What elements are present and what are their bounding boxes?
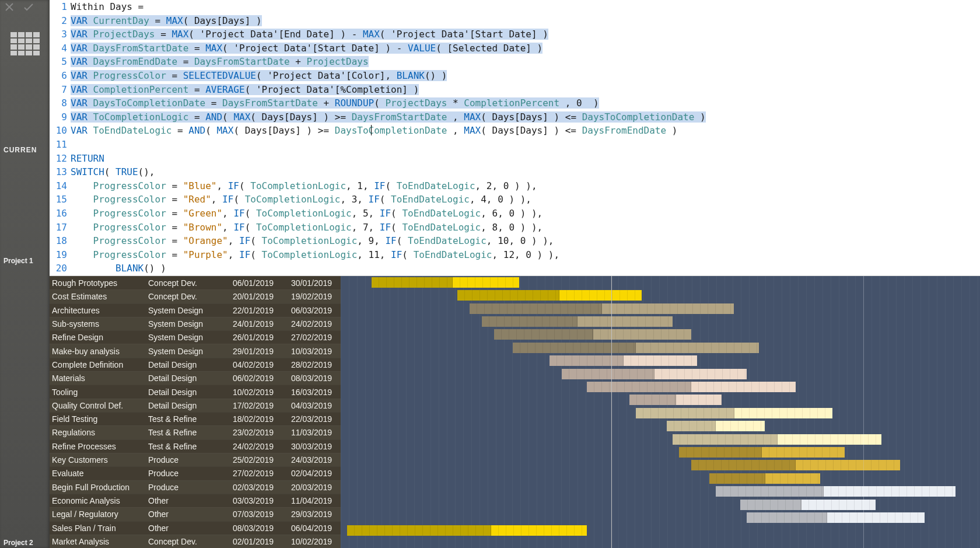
cell-start: 18/02/2019 — [224, 414, 282, 424]
gutter-number: 19 — [50, 248, 71, 262]
code-line[interactable]: 14 ProgressColor = "Blue", IF( ToComplet… — [50, 179, 980, 193]
code-line[interactable]: 6VAR ProgressColor = SELECTEDVALUE( 'Pro… — [50, 69, 980, 83]
table-row[interactable]: Begin Full ProductionProduce02/03/201920… — [50, 480, 341, 494]
gantt-bar[interactable] — [513, 343, 759, 353]
gutter-number: 5 — [50, 55, 71, 69]
gantt-bar[interactable] — [347, 525, 587, 536]
cancel-icon[interactable] — [5, 2, 14, 13]
cell-start: 25/02/2019 — [224, 455, 282, 465]
gantt-bar[interactable] — [550, 355, 697, 366]
code-line[interactable]: 7VAR CompletionPercent = AVERAGE( 'Proje… — [50, 83, 980, 97]
gantt-bar[interactable] — [482, 316, 673, 327]
code-content[interactable]: VAR CurrentDay = MAX( Days[Days] ) — [71, 14, 980, 28]
code-content[interactable]: ProgressColor = "Red", IF( ToCompletionL… — [71, 193, 980, 207]
code-content[interactable]: ProgressColor = "Orange", IF( ToCompleti… — [71, 234, 980, 248]
table-row[interactable]: RegulationsTest & Refine23/02/201911/03/… — [50, 425, 341, 439]
gantt-row — [341, 459, 980, 472]
gantt-bar[interactable] — [709, 473, 820, 484]
cell-end: 11/03/2019 — [282, 428, 341, 437]
code-content[interactable]: VAR ProgressColor = SELECTEDVALUE( 'Proj… — [71, 69, 980, 83]
commit-icon[interactable] — [23, 2, 34, 13]
table-row[interactable]: Make-buy analysisSystem Design29/01/2019… — [50, 344, 341, 357]
gantt-row — [341, 381, 980, 393]
table-row[interactable]: Legal / RegulatoryOther07/03/201929/03/2… — [50, 507, 341, 521]
gantt-bar[interactable] — [740, 500, 876, 510]
gantt-bar[interactable] — [747, 512, 925, 523]
code-content[interactable]: VAR DaysToCompletionDate = DaysFromStart… — [71, 96, 980, 110]
code-content[interactable]: ProgressColor = "Brown", IF( ToCompletio… — [71, 221, 980, 235]
table-row[interactable]: ToolingDetail Design10/02/201916/03/2019 — [50, 385, 341, 398]
code-line[interactable]: 2VAR CurrentDay = MAX( Days[Days] ) — [50, 14, 980, 28]
code-line[interactable]: 15 ProgressColor = "Red", IF( ToCompleti… — [50, 193, 980, 207]
code-content[interactable] — [71, 138, 980, 152]
table-row[interactable]: Economic AnalysisOther03/03/201911/04/20… — [50, 494, 341, 507]
formula-bar[interactable]: 1Within Days =2VAR CurrentDay = MAX( Day… — [50, 0, 980, 276]
code-line[interactable]: 12RETURN — [50, 152, 980, 166]
code-content[interactable]: VAR ToCompletionLogic = AND( MAX( Days[D… — [71, 110, 980, 124]
gantt-bar[interactable] — [679, 447, 845, 458]
table-row[interactable]: Sub-systemsSystem Design24/01/201924/02/… — [50, 317, 341, 330]
gantt-bar[interactable] — [587, 382, 796, 392]
table-row[interactable]: Field TestingTest & Refine18/02/201922/0… — [50, 412, 341, 425]
gantt-bar[interactable] — [667, 421, 765, 431]
table-row[interactable]: Complete DefinitionDetail Design04/02/20… — [50, 358, 341, 371]
gantt-bar[interactable] — [691, 460, 900, 470]
cell-end: 08/03/2019 — [282, 374, 341, 383]
code-content[interactable]: VAR ToEndDateLogic = AND( MAX( Days[Days… — [71, 124, 980, 138]
code-line[interactable]: 10VAR ToEndDateLogic = AND( MAX( Days[Da… — [50, 124, 980, 138]
table-row[interactable]: Sales Plan / TrainOther08/03/201906/04/2… — [50, 521, 341, 535]
table-row[interactable]: Market AnalysisConcept Dev.02/01/201910/… — [50, 535, 341, 548]
table-row[interactable]: Refine ProcessesTest & Refine24/02/20193… — [50, 439, 341, 453]
code-content[interactable]: Within Days = — [71, 0, 980, 14]
table-row[interactable]: ArchitecturesSystem Design22/01/201906/0… — [50, 303, 341, 317]
table-row[interactable]: Cost EstimatesConcept Dev.20/01/201919/0… — [50, 289, 341, 303]
cell-end: 10/03/2019 — [282, 347, 341, 356]
table-row[interactable]: EvaluateProduce27/02/201902/04/2019 — [50, 466, 341, 480]
gantt-chart[interactable] — [341, 276, 980, 548]
code-content[interactable]: VAR DaysFromStartDate = MAX( 'Project Da… — [71, 41, 980, 55]
table-row[interactable]: Quality Control Def.Detail Design17/02/2… — [50, 399, 341, 412]
code-content[interactable]: ProgressColor = "Blue", IF( ToCompletion… — [71, 179, 980, 193]
gantt-bar[interactable] — [494, 329, 691, 340]
gantt-bar[interactable] — [636, 408, 832, 418]
code-line[interactable]: 19 ProgressColor = "Purple", IF( ToCompl… — [50, 248, 980, 262]
code-content[interactable]: VAR ProjectDays = MAX( 'Project Data'[En… — [71, 27, 980, 41]
code-line[interactable]: 5VAR DaysFromEndDate = DaysFromStartDate… — [50, 55, 980, 69]
gantt-bar[interactable] — [629, 395, 722, 405]
gantt-bar[interactable] — [457, 290, 642, 301]
code-line[interactable]: 18 ProgressColor = "Orange", IF( ToCompl… — [50, 234, 980, 248]
cell-task: Make-buy analysis — [50, 347, 148, 356]
code-content[interactable]: ProgressColor = "Green", IF( ToCompletio… — [71, 207, 980, 221]
code-line[interactable]: 4VAR DaysFromStartDate = MAX( 'Project D… — [50, 41, 980, 55]
matrix-icon[interactable] — [10, 32, 40, 55]
table-row[interactable]: MaterialsDetail Design06/02/201908/03/20… — [50, 371, 341, 385]
code-line[interactable]: 13SWITCH( TRUE(), — [50, 165, 980, 179]
code-content[interactable]: SWITCH( TRUE(), — [71, 165, 980, 179]
gantt-bar[interactable] — [470, 303, 734, 314]
gantt-bar[interactable] — [372, 277, 519, 288]
gantt-row — [341, 393, 980, 406]
code-content[interactable]: RETURN — [71, 152, 980, 166]
code-line[interactable]: 16 ProgressColor = "Green", IF( ToComple… — [50, 207, 980, 221]
code-line[interactable]: 17 ProgressColor = "Brown", IF( ToComple… — [50, 221, 980, 235]
gantt-bar[interactable] — [562, 369, 746, 379]
code-line[interactable]: 11 — [50, 138, 980, 152]
table-row[interactable]: Refine DesignSystem Design26/01/201927/0… — [50, 330, 341, 344]
code-content[interactable]: VAR DaysFromEndDate = DaysFromStartDate … — [71, 55, 980, 69]
code-line[interactable]: 3VAR ProjectDays = MAX( 'Project Data'[E… — [50, 27, 980, 41]
code-content[interactable]: VAR CompletionPercent = AVERAGE( 'Projec… — [71, 83, 980, 97]
table-row[interactable]: Rough PrototypesConcept Dev.06/01/201930… — [50, 276, 341, 289]
label-project-1[interactable]: Project 1 — [4, 257, 33, 265]
code-content[interactable]: BLANK() ) — [71, 261, 980, 275]
code-line[interactable]: 1Within Days = — [50, 0, 980, 14]
code-line[interactable]: 8VAR DaysToCompletionDate = DaysFromStar… — [50, 96, 980, 110]
code-line[interactable]: 9VAR ToCompletionLogic = AND( MAX( Days[… — [50, 110, 980, 124]
cell-start: 24/01/2019 — [224, 319, 282, 329]
gantt-bar[interactable] — [673, 434, 881, 445]
code-line[interactable]: 20 BLANK() ) — [50, 261, 980, 275]
table-row[interactable]: Key CustomersProduce25/02/201924/03/2019 — [50, 453, 341, 466]
gantt-bar[interactable] — [716, 486, 956, 497]
label-project-2[interactable]: Project 2 — [4, 539, 33, 547]
code-content[interactable]: ProgressColor = "Purple", IF( ToCompleti… — [71, 248, 980, 262]
gutter-number: 2 — [50, 14, 71, 28]
